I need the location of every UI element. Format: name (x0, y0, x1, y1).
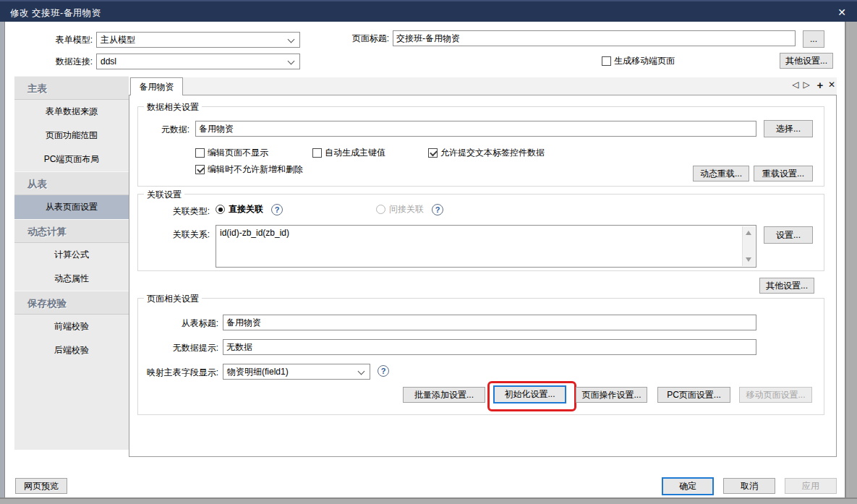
no-data-input[interactable] (223, 339, 756, 355)
page-op-settings-button[interactable]: 页面操作设置... (576, 387, 647, 403)
sidebar-item-page-scope[interactable]: 页面功能范围 (14, 124, 129, 148)
checkbox-label: 自动生成主键值 (325, 147, 385, 159)
scroll-up-icon[interactable] (746, 231, 751, 235)
form-model-label: 表单模型: (42, 32, 93, 48)
sidebar-item-form-data-source[interactable]: 表单数据来源 (14, 100, 129, 124)
radio-label: 间接关联 (389, 203, 424, 215)
mobile-page-settings-button: 移动页面设置... (739, 387, 812, 403)
sidebar-item-pc-layout[interactable]: PC端页面布局 (14, 148, 129, 171)
window-border-right (845, 22, 857, 504)
radio-dot (218, 208, 223, 212)
radio-indirect-relation[interactable]: 间接关联 ? (376, 203, 443, 215)
checkbox-edit-page-hidden[interactable]: 编辑页面不显示 (195, 147, 268, 159)
data-connection-value: ddsl (101, 56, 116, 67)
init-settings-button[interactable]: 初始化设置... (493, 385, 566, 403)
relation-expr-value: id(id)-zb_id(zb_id) (220, 228, 289, 238)
checkbox-label: 允许提交文本标签控件数据 (440, 147, 545, 159)
mapping-field-select[interactable]: 物资明细(field1) (223, 364, 370, 380)
help-icon[interactable]: ? (378, 365, 389, 377)
check-icon (197, 166, 205, 174)
other-settings-top-button[interactable]: 其他设置... (780, 53, 833, 69)
scrollbar[interactable] (742, 226, 755, 266)
window-border-left (0, 22, 5, 504)
checkbox-no-add-delete-on-edit[interactable]: 编辑时不允许新增和删除 (195, 163, 303, 176)
tab-add-icon[interactable]: + (815, 79, 825, 91)
radio-label: 直接关联 (229, 203, 263, 215)
web-preview-button[interactable]: 网页预览 (15, 478, 67, 494)
sidebar-header-save-check: 保存校验 (14, 291, 129, 315)
checkbox-auto-primary-key[interactable]: 自动生成主键值 (312, 147, 385, 159)
subtable-title-input[interactable] (223, 315, 756, 330)
window-title: 修改 交接班-备用物资 (10, 7, 101, 20)
checkbox-box (428, 148, 438, 158)
pc-page-settings-button[interactable]: PC页面设置... (657, 387, 730, 403)
checkbox-box (312, 148, 322, 158)
chevron-down-icon (288, 36, 295, 43)
help-icon[interactable]: ? (432, 204, 443, 215)
tab-strip (129, 77, 837, 95)
checkbox-label: 编辑时不允许新增和删除 (208, 163, 303, 176)
reload-settings-button[interactable]: 重载设置... (754, 166, 813, 181)
sidebar-header-dynamic-calc: 动态计算 (14, 219, 129, 243)
gen-mobile-label: 生成移动端页面 (614, 55, 675, 67)
tab-close-icon[interactable]: ✕ (827, 80, 837, 90)
apply-button: 应用 (785, 478, 837, 494)
scroll-down-icon[interactable] (746, 257, 751, 262)
relation-set-button[interactable]: 设置... (764, 226, 813, 244)
sidebar-header-main-table: 主表 (14, 76, 129, 100)
tab-prev-icon[interactable]: ◁ (790, 80, 801, 90)
tab-next-icon[interactable]: ▷ (801, 80, 811, 90)
relation-settings-group-title: 关联设置 (144, 189, 184, 201)
mapping-field-value: 物资明细(field1) (227, 367, 289, 377)
close-icon[interactable]: ✕ (832, 5, 852, 20)
subtable-title-label: 从表标题: (137, 315, 218, 331)
relation-type-label: 关联类型: (137, 203, 210, 219)
metadata-input[interactable] (195, 121, 756, 137)
page-title-more-button[interactable]: ... (803, 30, 824, 48)
relation-expr-label: 关联关系: (137, 226, 210, 242)
choose-button[interactable]: 选择... (764, 120, 813, 137)
form-model-select[interactable]: 主从模型 (96, 32, 300, 48)
cancel-button[interactable]: 取消 (723, 478, 775, 494)
metadata-label: 元数据: (137, 121, 189, 137)
sidebar-item-back-check[interactable]: 后端校验 (14, 338, 129, 362)
radio-direct-relation[interactable]: 直接关联 ? (216, 203, 283, 215)
sidebar-item-dynamic-attr[interactable]: 动态属性 (14, 267, 129, 291)
page-title-label: 页面标题: (338, 30, 389, 46)
radio-icon (376, 205, 385, 214)
no-data-label: 无数据提示: (137, 340, 218, 356)
dynamic-reload-button[interactable]: 动态重载... (693, 166, 749, 181)
sidebar: 主表 表单数据来源 页面功能范围 PC端页面布局 从表 从表页面设置 动态计算 … (14, 76, 129, 450)
chevron-down-icon (288, 58, 295, 65)
radio-icon (216, 205, 225, 214)
tab-backup-materials[interactable]: 备用物资 (130, 77, 183, 95)
checkbox-box (195, 165, 205, 174)
checkbox-allow-label-submit[interactable]: 允许提交文本标签控件数据 (428, 147, 545, 159)
window-border-bottom (0, 497, 857, 504)
other-settings-relation-button[interactable]: 其他设置... (759, 278, 814, 294)
form-model-value: 主从模型 (101, 35, 135, 45)
page-title-input[interactable] (393, 30, 796, 46)
gen-mobile-checkbox[interactable]: 生成移动端页面 (602, 55, 675, 67)
data-connection-select[interactable]: ddsl (96, 54, 300, 69)
help-icon[interactable]: ? (271, 204, 283, 215)
ok-button[interactable]: 确定 (662, 477, 714, 495)
sidebar-item-calc-formula[interactable]: 计算公式 (14, 243, 129, 267)
page-settings-group-title: 页面相关设置 (144, 293, 202, 305)
checkbox-box (602, 56, 611, 66)
data-connection-label: 数据连接: (42, 54, 93, 69)
sidebar-header-sub-table: 从表 (14, 171, 129, 195)
relation-expr-textarea[interactable]: id(id)-zb_id(zb_id) (216, 225, 756, 268)
title-bar: 修改 交接班-备用物资 ✕ (0, 0, 857, 22)
checkbox-label: 编辑页面不显示 (208, 147, 268, 159)
batch-add-settings-button[interactable]: 批量添加设置... (403, 387, 485, 403)
data-settings-group-title: 数据相关设置 (144, 101, 202, 114)
sidebar-item-subtable-page-settings[interactable]: 从表页面设置 (14, 195, 129, 219)
chevron-down-icon (358, 368, 365, 375)
mapping-field-label: 映射主表字段显示: (135, 364, 218, 380)
sidebar-item-front-check[interactable]: 前端校验 (14, 315, 129, 338)
check-icon (430, 149, 438, 157)
checkbox-box (195, 148, 205, 158)
